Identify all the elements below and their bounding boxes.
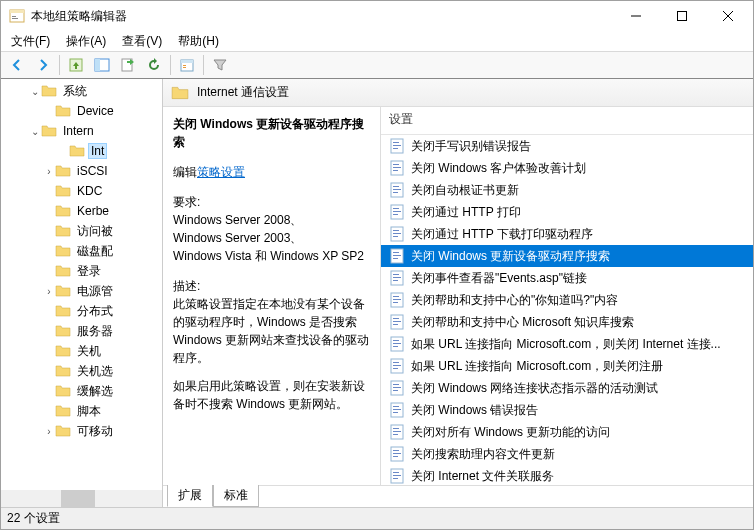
tree-item[interactable]: ›iSCSI bbox=[1, 161, 162, 181]
tree-item[interactable]: 关机 bbox=[1, 341, 162, 361]
list-item[interactable]: 关闭 Windows 网络连接状态指示器的活动测试 bbox=[381, 377, 753, 399]
titlebar: 本地组策略编辑器 bbox=[1, 1, 753, 31]
list-item[interactable]: 关闭通过 HTTP 下载打印驱动程序 bbox=[381, 223, 753, 245]
folder-icon bbox=[55, 383, 71, 399]
menu-file[interactable]: 文件(F) bbox=[5, 31, 56, 52]
maximize-button[interactable] bbox=[659, 1, 705, 31]
tree-hscrollbar[interactable] bbox=[1, 490, 162, 507]
content-header-title: Internet 通信设置 bbox=[197, 84, 289, 101]
list-column-header[interactable]: 设置 bbox=[381, 107, 753, 135]
tree-item[interactable]: Int bbox=[1, 141, 162, 161]
svg-rect-17 bbox=[181, 60, 193, 63]
list-item[interactable]: 关闭手写识别错误报告 bbox=[381, 135, 753, 157]
tree-item[interactable]: ⌄Intern bbox=[1, 121, 162, 141]
svg-rect-18 bbox=[183, 65, 186, 66]
main-area: ⌄系统Device⌄InternInt›iSCSIKDCKerbe访问被磁盘配登… bbox=[1, 79, 753, 507]
list-item[interactable]: 如果 URL 连接指向 Microsoft.com，则关闭 Internet 连… bbox=[381, 333, 753, 355]
filter-button[interactable] bbox=[208, 53, 232, 77]
tree-item[interactable]: 缓解选 bbox=[1, 381, 162, 401]
tab-extended[interactable]: 扩展 bbox=[167, 485, 213, 507]
tree-item[interactable]: 脚本 bbox=[1, 401, 162, 421]
list-item[interactable]: 关闭 Windows 客户体验改善计划 bbox=[381, 157, 753, 179]
tree-item[interactable]: KDC bbox=[1, 181, 162, 201]
view-tabs: 扩展 标准 bbox=[163, 485, 753, 507]
req-label: 要求: bbox=[173, 193, 370, 211]
properties-button[interactable] bbox=[175, 53, 199, 77]
tab-standard[interactable]: 标准 bbox=[213, 485, 259, 507]
list-item[interactable]: 关闭搜索助理内容文件更新 bbox=[381, 443, 753, 465]
policy-icon bbox=[389, 270, 405, 286]
list-item[interactable]: 关闭帮助和支持中心 Microsoft 知识库搜索 bbox=[381, 311, 753, 333]
list-item[interactable]: 关闭帮助和支持中心的"你知道吗?"内容 bbox=[381, 289, 753, 311]
export-button[interactable] bbox=[116, 53, 140, 77]
tree-item[interactable]: 关机选 bbox=[1, 361, 162, 381]
expand-icon[interactable]: ⌄ bbox=[29, 126, 41, 137]
policy-icon bbox=[389, 292, 405, 308]
policy-icon bbox=[389, 468, 405, 484]
folder-icon bbox=[55, 183, 71, 199]
close-button[interactable] bbox=[705, 1, 751, 31]
menu-view[interactable]: 查看(V) bbox=[116, 31, 168, 52]
refresh-button[interactable] bbox=[142, 53, 166, 77]
tree-item-label: 服务器 bbox=[75, 323, 115, 340]
tree-item-label: Device bbox=[75, 104, 116, 118]
edit-policy-link[interactable]: 策略设置 bbox=[197, 165, 245, 179]
folder-icon bbox=[69, 143, 85, 159]
list-item[interactable]: 如果 URL 连接指向 Microsoft.com，则关闭注册 bbox=[381, 355, 753, 377]
tree-item[interactable]: 分布式 bbox=[1, 301, 162, 321]
list-item-label: 关闭通过 HTTP 打印 bbox=[411, 204, 521, 221]
menu-action[interactable]: 操作(A) bbox=[60, 31, 112, 52]
expand-icon[interactable]: › bbox=[43, 426, 55, 437]
folder-icon bbox=[55, 363, 71, 379]
tree-item-label: 分布式 bbox=[75, 303, 115, 320]
list-item[interactable]: 关闭 Internet 文件关联服务 bbox=[381, 465, 753, 485]
tree-item-label: 登录 bbox=[75, 263, 103, 280]
tree-item[interactable]: 服务器 bbox=[1, 321, 162, 341]
right-pane: Internet 通信设置 关闭 Windows 更新设备驱动程序搜索 编辑策略… bbox=[163, 79, 753, 507]
show-hide-tree-button[interactable] bbox=[90, 53, 114, 77]
folder-icon bbox=[41, 83, 57, 99]
forward-button[interactable] bbox=[31, 53, 55, 77]
up-button[interactable] bbox=[64, 53, 88, 77]
list-item-label: 关闭 Windows 错误报告 bbox=[411, 402, 538, 419]
toolbar bbox=[1, 51, 753, 79]
tree-item[interactable]: Kerbe bbox=[1, 201, 162, 221]
tree-item[interactable]: 访问被 bbox=[1, 221, 162, 241]
tree-item-label: Intern bbox=[61, 124, 96, 138]
window-title: 本地组策略编辑器 bbox=[31, 8, 613, 25]
folder-icon bbox=[171, 84, 189, 102]
tree-item[interactable]: 登录 bbox=[1, 261, 162, 281]
back-button[interactable] bbox=[5, 53, 29, 77]
folder-icon bbox=[55, 243, 71, 259]
tree-item[interactable]: ›可移动 bbox=[1, 421, 162, 441]
app-icon bbox=[9, 8, 25, 24]
policy-icon bbox=[389, 402, 405, 418]
menu-help[interactable]: 帮助(H) bbox=[172, 31, 225, 52]
tree-item-label: 关机 bbox=[75, 343, 103, 360]
tree-item-label: 访问被 bbox=[75, 223, 115, 240]
tree-item-label: 磁盘配 bbox=[75, 243, 115, 260]
minimize-button[interactable] bbox=[613, 1, 659, 31]
policy-icon bbox=[389, 358, 405, 374]
list-item[interactable]: 关闭通过 HTTP 打印 bbox=[381, 201, 753, 223]
expand-icon[interactable]: › bbox=[43, 166, 55, 177]
list-item-label: 如果 URL 连接指向 Microsoft.com，则关闭 Internet 连… bbox=[411, 336, 721, 353]
svg-rect-19 bbox=[183, 67, 186, 68]
tree-item[interactable]: 磁盘配 bbox=[1, 241, 162, 261]
tree-item[interactable]: Device bbox=[1, 101, 162, 121]
tree-item-label: iSCSI bbox=[75, 164, 110, 178]
expand-icon[interactable]: ⌄ bbox=[29, 86, 41, 97]
expand-icon[interactable]: › bbox=[43, 286, 55, 297]
policy-icon bbox=[389, 380, 405, 396]
tree-item[interactable]: ⌄系统 bbox=[1, 81, 162, 101]
list-item[interactable]: 关闭 Windows 错误报告 bbox=[381, 399, 753, 421]
list-item[interactable]: 关闭自动根证书更新 bbox=[381, 179, 753, 201]
list-item-label: 关闭 Internet 文件关联服务 bbox=[411, 468, 554, 485]
list-item[interactable]: 关闭事件查看器"Events.asp"链接 bbox=[381, 267, 753, 289]
tree-item-label: Kerbe bbox=[75, 204, 111, 218]
list-item[interactable]: 关闭 Windows 更新设备驱动程序搜索 bbox=[381, 245, 753, 267]
settings-list[interactable]: 设置 关闭手写识别错误报告关闭 Windows 客户体验改善计划关闭自动根证书更… bbox=[381, 107, 753, 485]
content-header: Internet 通信设置 bbox=[163, 79, 753, 107]
list-item[interactable]: 关闭对所有 Windows 更新功能的访问 bbox=[381, 421, 753, 443]
tree-item[interactable]: ›电源管 bbox=[1, 281, 162, 301]
